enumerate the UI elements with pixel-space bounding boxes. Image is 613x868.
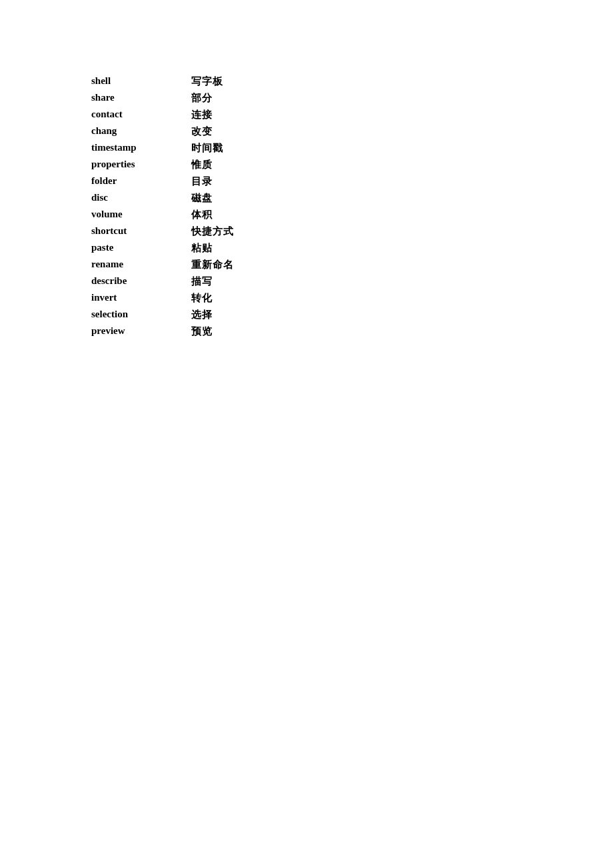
vocab-chinese-shell: 写字板 [191, 73, 234, 90]
vocab-english-shortcut: shortcut [91, 223, 191, 240]
vocab-english-shell: shell [91, 73, 191, 90]
vocab-chinese-preview: 预览 [191, 323, 234, 340]
vocab-chinese-share: 部分 [191, 90, 234, 107]
vocab-chinese-properties: 惟质 [191, 157, 234, 173]
vocab-chinese-folder: 目录 [191, 173, 234, 190]
vocab-english-describe: describe [91, 273, 191, 290]
vocab-english-preview: preview [91, 323, 191, 340]
vocab-english-chang: chang [91, 123, 191, 140]
vocab-chinese-disc: 磁盘 [191, 190, 234, 207]
vocab-english-selection: selection [91, 307, 191, 323]
vocab-english-paste: paste [91, 240, 191, 257]
vocab-chinese-contact: 连接 [191, 107, 234, 123]
vocab-chinese-volume: 体积 [191, 207, 234, 223]
vocab-english-disc: disc [91, 190, 191, 207]
vocab-chinese-invert: 转化 [191, 290, 234, 307]
vocab-chinese-chang: 改变 [191, 123, 234, 140]
vocab-english-folder: folder [91, 173, 191, 190]
vocab-english-volume: volume [91, 207, 191, 223]
vocabulary-table: shell写字板share部分contact连接chang改变timestamp… [91, 73, 234, 340]
vocab-chinese-rename: 重新命名 [191, 257, 234, 273]
vocab-chinese-selection: 选择 [191, 307, 234, 323]
vocab-chinese-paste: 粘贴 [191, 240, 234, 257]
vocab-chinese-shortcut: 快捷方式 [191, 223, 234, 240]
vocab-english-rename: rename [91, 257, 191, 273]
vocab-chinese-timestamp: 时间戳 [191, 140, 234, 157]
vocab-english-share: share [91, 90, 191, 107]
vocab-english-timestamp: timestamp [91, 140, 191, 157]
vocab-chinese-describe: 描写 [191, 273, 234, 290]
vocab-english-contact: contact [91, 107, 191, 123]
vocab-english-invert: invert [91, 290, 191, 307]
vocab-english-properties: properties [91, 157, 191, 173]
